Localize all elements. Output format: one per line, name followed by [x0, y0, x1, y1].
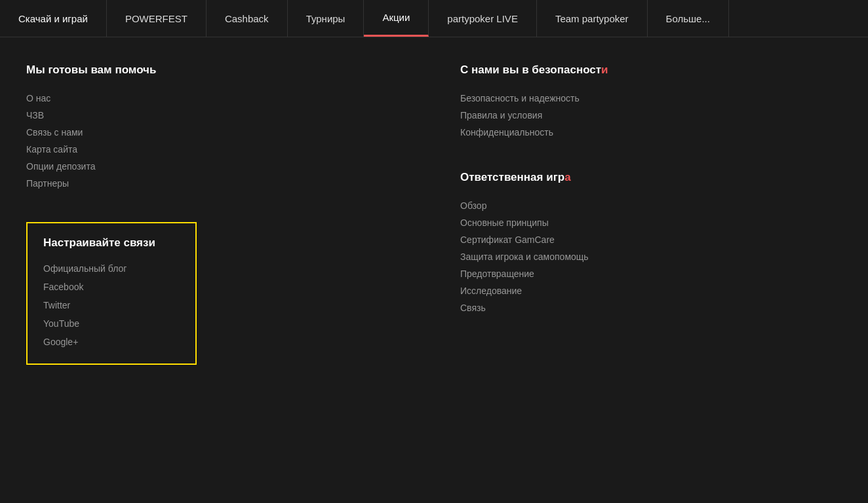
- list-item: Google+: [43, 336, 180, 348]
- list-item: Предотвращение: [460, 268, 842, 280]
- nav-item-tournaments[interactable]: Турниры: [288, 0, 365, 37]
- safety-link-security[interactable]: Безопасность и надежность: [460, 93, 580, 103]
- nav-item-download[interactable]: Скачай и играй: [0, 0, 107, 37]
- safety-section-title: С нами вы в безопасности: [460, 64, 842, 77]
- responsible-link-research[interactable]: Исследование: [460, 286, 522, 296]
- responsible-link-contact[interactable]: Связь: [460, 303, 486, 313]
- list-item: Facebook: [43, 281, 180, 293]
- list-item: Обзор: [460, 200, 842, 212]
- social-link-youtube[interactable]: YouTube: [43, 318, 79, 329]
- left-column: Мы готовы вам помочь О нас ЧЗВ Связь с н…: [26, 64, 447, 365]
- list-item: Безопасность и надежность: [460, 92, 842, 104]
- list-item: Twitter: [43, 299, 180, 311]
- list-item: Правила и условия: [460, 109, 842, 121]
- responsible-gaming-section: Ответственная игра Обзор Основные принци…: [460, 171, 842, 314]
- social-section: Настраивайте связи Официальный блог Face…: [26, 222, 197, 365]
- list-item: Сертификат GamCare: [460, 234, 842, 246]
- list-item: Защита игрока и самопомощь: [460, 251, 842, 263]
- safety-link-terms[interactable]: Правила и условия: [460, 110, 542, 121]
- nav-item-live[interactable]: partypoker LIVE: [429, 0, 537, 37]
- nav-item-powerfest[interactable]: POWERFEST: [107, 0, 207, 37]
- help-section-title: Мы готовы вам помочь: [26, 64, 408, 77]
- list-item: О нас: [26, 92, 408, 104]
- right-column: С нами вы в безопасности Безопасность и …: [447, 64, 842, 365]
- list-item: Опции депозита: [26, 160, 408, 172]
- safety-title-accent: и: [601, 64, 608, 76]
- help-section: Мы готовы вам помочь О нас ЧЗВ Связь с н…: [26, 64, 408, 189]
- help-link-deposit[interactable]: Опции депозита: [26, 161, 95, 172]
- help-links-list: О нас ЧЗВ Связь с нами Карта сайта Опции…: [26, 92, 408, 189]
- help-link-about[interactable]: О нас: [26, 93, 50, 103]
- safety-links-list: Безопасность и надежность Правила и усло…: [460, 92, 842, 138]
- list-item: Официальный блог: [43, 263, 180, 274]
- responsible-link-gamcare[interactable]: Сертификат GamCare: [460, 234, 555, 245]
- help-link-faq[interactable]: ЧЗВ: [26, 110, 44, 121]
- social-link-facebook[interactable]: Facebook: [43, 282, 83, 292]
- list-item: Основные принципы: [460, 217, 842, 229]
- nav-item-cashback[interactable]: Cashback: [207, 0, 288, 37]
- responsible-title-text: Ответственная игр: [460, 171, 564, 183]
- nav-item-more[interactable]: Больше...: [648, 0, 729, 37]
- help-link-sitemap[interactable]: Карта сайта: [26, 144, 77, 155]
- help-link-partners[interactable]: Партнеры: [26, 178, 69, 189]
- social-link-googleplus[interactable]: Google+: [43, 337, 78, 347]
- responsible-gaming-title: Ответственная игра: [460, 171, 842, 184]
- list-item: Исследование: [460, 285, 842, 297]
- list-item: ЧЗВ: [26, 109, 408, 121]
- help-link-contact[interactable]: Связь с нами: [26, 127, 83, 138]
- nav-item-team[interactable]: Team partypoker: [537, 0, 648, 37]
- list-item: YouTube: [43, 318, 180, 329]
- responsible-title-accent: а: [564, 171, 570, 183]
- list-item: Связь: [460, 302, 842, 314]
- social-section-title: Настраивайте связи: [43, 236, 180, 250]
- list-item: Карта сайта: [26, 143, 408, 155]
- top-navigation: Скачай и играй POWERFEST Cashback Турнир…: [0, 0, 868, 37]
- list-item: Партнеры: [26, 177, 408, 189]
- list-item: Конфиденциальность: [460, 126, 842, 138]
- social-link-blog[interactable]: Официальный блог: [43, 263, 127, 274]
- safety-section: С нами вы в безопасности Безопасность и …: [460, 64, 842, 138]
- responsible-links-list: Обзор Основные принципы Сертификат GamCa…: [460, 200, 842, 314]
- safety-link-privacy[interactable]: Конфиденциальность: [460, 127, 553, 138]
- social-links-list: Официальный блог Facebook Twitter YouTub…: [43, 263, 180, 348]
- responsible-link-protection[interactable]: Защита игрока и самопомощь: [460, 252, 589, 262]
- responsible-link-prevention[interactable]: Предотвращение: [460, 269, 534, 279]
- nav-item-promotions[interactable]: Акции: [364, 0, 429, 37]
- social-link-twitter[interactable]: Twitter: [43, 300, 70, 310]
- responsible-link-overview[interactable]: Обзор: [460, 200, 486, 211]
- main-content: Мы готовы вам помочь О нас ЧЗВ Связь с н…: [0, 37, 868, 391]
- safety-title-text: С нами вы в безопасност: [460, 64, 601, 76]
- list-item: Связь с нами: [26, 126, 408, 138]
- responsible-link-principles[interactable]: Основные принципы: [460, 217, 549, 228]
